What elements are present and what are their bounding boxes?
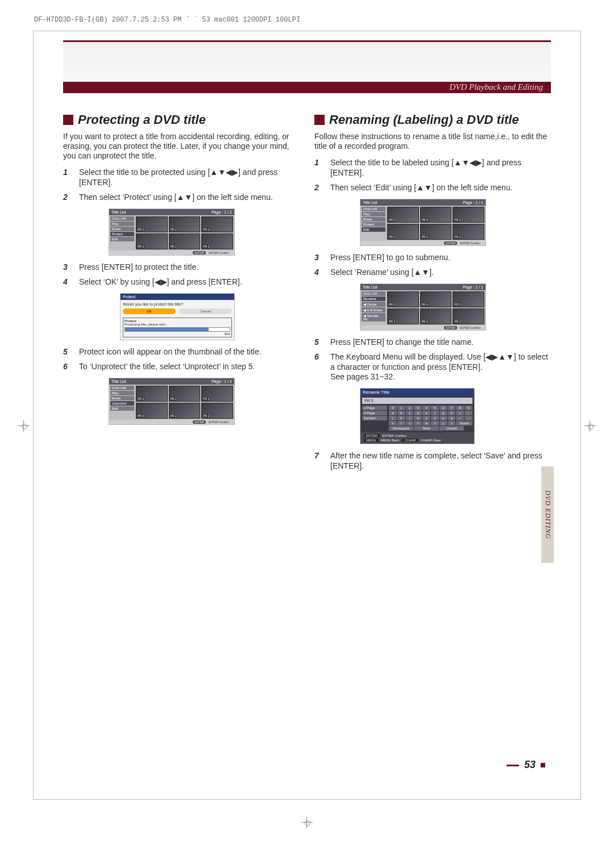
scr-side-menu: DVD+VR Rename ◀ Divide ◀ A-B Erase ◀ Set…	[362, 291, 385, 324]
step-text: Then select ‘Protect’ using [▲▼] on the …	[79, 193, 300, 203]
scr-menu-item: ◀ Set title Pic	[362, 313, 385, 322]
step-text: Select the title to be protected using […	[79, 168, 300, 188]
scr-side-menu: DVD+VR Play Erase Protect Edit	[110, 216, 134, 249]
step-text: Press [ENTER] to go to submenu.	[330, 253, 551, 263]
scr-menu-item: Protect	[362, 222, 385, 227]
dialog-cancel: Cancel	[179, 308, 232, 314]
scr-page: Page : 1 / 1	[463, 285, 483, 289]
scr-menu-item: Play	[362, 212, 385, 216]
scr-menu-item: Play	[110, 391, 134, 395]
section-title: DVD Playback and Editing	[449, 82, 543, 92]
left-column: Protecting a DVD title If you want to pr…	[63, 112, 300, 477]
scr-disc-label: DVD+VR	[362, 291, 385, 296]
scr-menu-item: Erase	[362, 217, 385, 222]
kbd-title-name: PR 5	[362, 398, 472, 404]
registration-mark-icon	[18, 420, 30, 432]
scr-menu-item: Erase	[110, 227, 134, 231]
page: DF-H7DD3D-FB-I(GB) 2007.7.25 2:53 PM ˇ `…	[0, 0, 614, 868]
scr-title: Title List	[111, 210, 126, 214]
step-text: Select ‘OK’ by using [◀▶] and press [ENT…	[79, 277, 300, 287]
columns: Protecting a DVD title If you want to pr…	[63, 112, 551, 477]
kbd-header: Rename Title	[360, 389, 474, 396]
scr-footer: ENTERENTER Confirm	[109, 251, 234, 255]
print-header: DF-H7DD3D-FB-I(GB) 2007.7.25 2:53 PM ˇ `…	[34, 16, 300, 24]
scr-page: Page : 1 / 1	[463, 201, 483, 205]
scr-footer: ENTERENTER Confirm	[360, 326, 486, 330]
scr-title: Title List	[363, 285, 377, 289]
dialog-header: Protect	[121, 294, 234, 300]
scr-menu-item: Edit	[110, 237, 134, 241]
bullet-icon	[314, 115, 325, 125]
scr-menu-item-selected: Protect	[110, 232, 134, 236]
progress-text: Protecting title, please wait…	[125, 323, 230, 326]
registration-mark-icon	[301, 817, 313, 828]
step-number: 5	[314, 337, 322, 348]
content-frame: DVD Playback and Editing Protecting a DV…	[33, 31, 581, 800]
step-number: 1	[63, 168, 71, 188]
heading-rename: Renaming (Labeling) a DVD title	[314, 112, 551, 127]
scr-menu-item-selected: Edit	[362, 227, 385, 232]
scr-disc-label: DVD+VR	[110, 216, 134, 221]
steps-d: 7After the new title name is complete, s…	[314, 451, 551, 471]
step-number: 2	[314, 183, 322, 193]
step-text: The Keyboard Menu will be displayed. Use…	[330, 352, 551, 383]
progress-bar	[125, 327, 230, 332]
step-number: 1	[314, 158, 322, 178]
scr-menu-item: Edit	[110, 406, 134, 411]
registration-mark-icon	[584, 420, 596, 432]
step-text: After the new title name is complete, se…	[330, 451, 551, 471]
steps-b: 3Press [ENTER] to protect the title. 4Se…	[63, 262, 300, 287]
right-column: Renaming (Labeling) a DVD title Follow t…	[314, 112, 551, 477]
bullet-icon	[63, 115, 73, 125]
scr-page: Page : 1 / 2	[211, 379, 232, 383]
scr-thumbnails: PR 2 PR 2 PR 2 PR 2 PR 2 PR 2	[136, 386, 233, 419]
heading-text: Protecting a DVD title	[78, 112, 206, 127]
scr-side-menu: DVD+VR Play Erase Protect Edit	[362, 207, 385, 240]
screenshot-keyboard: Rename Title PR 5 a Page A Page Symbol 0…	[360, 388, 475, 444]
scr-title: Title List	[363, 201, 377, 205]
kbd-keys: 0123456789 abcdefghi← jklmnopqr→ stuvwxy…	[389, 406, 472, 431]
progress-percent: 80%	[125, 332, 230, 336]
step-text: Press [ENTER] to change the title name.	[330, 337, 551, 348]
scr-side-menu: DVD+VR Play Erase Unprotect Edit	[110, 386, 134, 419]
page-number: 53	[504, 759, 545, 771]
scr-page: Page : 1 / 2	[211, 210, 232, 214]
step-number: 3	[314, 253, 322, 263]
steps-c: 5Protect icon will appear on the thumbna…	[63, 347, 300, 372]
step-number: 4	[314, 268, 322, 278]
brand-bar: DVD Playback and Editing	[63, 40, 551, 93]
brand-strip: DVD Playback and Editing	[63, 82, 551, 93]
scr-menu-item: ◀ A-B Erase	[362, 307, 385, 312]
step-text: To ‘Unprotect’ the title, select ‘Unprot…	[79, 362, 300, 372]
step-number: 6	[314, 352, 322, 383]
scr-disc-label: DVD+VR	[110, 386, 134, 390]
step-text: Protect icon will appear on the thumbnai…	[79, 347, 300, 357]
scr-menu-item: ◀ Divide	[362, 302, 385, 307]
steps-c: 5Press [ENTER] to change the title name.…	[314, 337, 551, 383]
step-text: Then select ‘Edit’ using [▲▼] on the lef…	[330, 183, 551, 193]
screenshot-title-list: Title ListPage : 1 / 2 DVD+VR Play Erase…	[109, 208, 300, 256]
scr-disc-label: DVD+VR	[362, 207, 385, 211]
scr-menu-item: Play	[110, 222, 134, 226]
screenshot-title-list-edit: Title ListPage : 1 / 1 DVD+VR Play Erase…	[360, 199, 551, 246]
step-number: 4	[63, 277, 71, 287]
scr-menu-item-selected: Unprotect	[110, 401, 134, 406]
screenshot-protect-dialog: Protect Would you like to protect this t…	[120, 293, 235, 340]
step-number: 7	[314, 451, 322, 471]
scr-footer: ENTERENTER Confirm	[109, 420, 234, 424]
page-number-value: 53	[524, 759, 536, 770]
step-text: Press [ENTER] to protect the title.	[79, 262, 300, 273]
scr-footer: ENTERENTER Confirm	[360, 241, 486, 245]
side-tab: DVD EDITING	[541, 466, 554, 563]
step-text: Select ‘Rename’ using [▲▼].	[330, 268, 551, 278]
scr-thumbnails: PR 5 PR 4 PR 2 PR 2 PR 2 PR 2	[387, 207, 484, 240]
screenshot-title-list-rename: Title ListPage : 1 / 1 DVD+VR Rename ◀ D…	[360, 283, 551, 331]
scr-thumbnails: PR 5 PR 4 PR 2 PR 2 PR 2 PR 2	[387, 291, 484, 324]
step-text: Select the title to be labeled using [▲▼…	[330, 158, 551, 178]
scr-menu-item-selected: Rename	[362, 297, 385, 301]
dialog-ok: OK	[123, 308, 176, 314]
page-dash-icon	[507, 765, 519, 766]
scr-thumbnails: PR 2 PR 2 PR 2 PR 2 PR 2 PR 2	[136, 216, 233, 249]
steps-a: 1Select the title to be protected using …	[63, 168, 300, 203]
steps-b: 3Press [ENTER] to go to submenu. 4Select…	[314, 253, 551, 278]
